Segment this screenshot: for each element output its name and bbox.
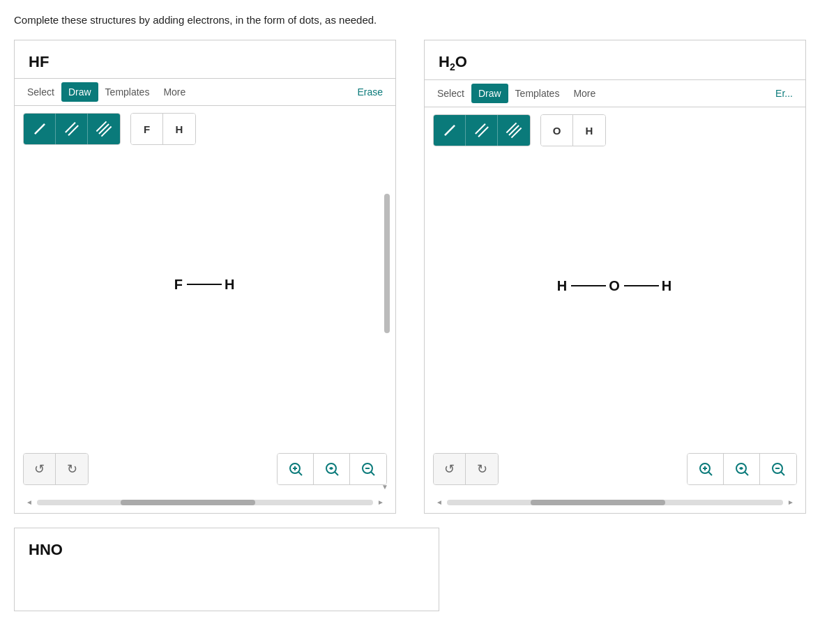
horiz-track-hf[interactable] <box>37 500 373 505</box>
atom-h-btn-h2o[interactable]: H <box>573 115 605 146</box>
templates-btn-h2o[interactable]: Templates <box>508 84 567 103</box>
atom-f-hf: F <box>174 277 184 293</box>
molecule-h2o: H O H <box>557 278 673 294</box>
zoom-fit-icon-hf <box>324 461 340 477</box>
atom-o-btn-h2o[interactable]: O <box>541 115 573 146</box>
svg-line-24 <box>708 472 712 475</box>
double-bond-icon <box>62 119 82 139</box>
atom-h-btn-hf[interactable]: H <box>163 114 195 144</box>
more-btn-h2o[interactable]: More <box>566 84 602 103</box>
bond-group-hf <box>23 113 121 145</box>
draw-tools-h2o: O H <box>425 107 805 153</box>
single-bond-btn-h2o[interactable] <box>434 115 466 146</box>
single-bond-icon-h2o <box>440 121 460 140</box>
triple-bond-icon-h2o <box>504 121 524 140</box>
draw-btn-hf[interactable]: Draw <box>61 82 98 102</box>
panel-hno: HNO <box>14 528 439 611</box>
undo-redo-hf: ↺ ↻ <box>23 453 89 485</box>
single-bond-icon <box>30 119 50 139</box>
svg-line-0 <box>34 124 44 134</box>
zoom-in-icon-h2o <box>698 461 713 477</box>
svg-line-14 <box>371 472 374 475</box>
atom-o-h2o: O <box>609 278 621 294</box>
templates-btn-hf[interactable]: Templates <box>98 82 157 102</box>
canvas-hf[interactable]: F H <box>15 152 395 417</box>
zoom-in-icon-hf <box>288 461 303 477</box>
svg-line-26 <box>745 472 748 475</box>
double-bond-btn-hf[interactable] <box>56 114 88 144</box>
scroll-left-h2o[interactable]: ◄ <box>436 498 443 506</box>
undo-btn-hf[interactable]: ↺ <box>24 454 56 484</box>
redo-btn-hf[interactable]: ↻ <box>56 454 88 484</box>
select-btn-h2o[interactable]: Select <box>430 84 471 103</box>
triple-bond-btn-h2o[interactable] <box>498 115 530 146</box>
atom-f-btn-hf[interactable]: F <box>131 114 163 144</box>
horiz-track-h2o[interactable] <box>447 500 783 505</box>
vertical-scrollbar-hf[interactable] <box>384 194 390 333</box>
horiz-scroll-hf: ◄ ► <box>15 498 395 506</box>
bond2-h2o <box>624 285 659 286</box>
erase-btn-h2o[interactable]: Er... <box>768 84 800 103</box>
bottom-controls-hf: ↺ ↻ <box>15 453 395 485</box>
panel-h2o: H2O Select Draw Templates More Er... <box>424 40 806 514</box>
bond-group-h2o <box>433 114 531 146</box>
svg-line-11 <box>335 472 338 475</box>
select-btn-hf[interactable]: Select <box>20 82 61 102</box>
svg-line-29 <box>781 472 784 475</box>
redo-btn-h2o[interactable]: ↻ <box>466 454 498 484</box>
bottom-panels-row: HNO <box>14 528 806 611</box>
bond-hf <box>187 284 222 285</box>
zoom-group-hf <box>277 453 387 485</box>
double-bond-btn-h2o[interactable] <box>466 115 498 146</box>
instruction-text: Complete these structures by adding elec… <box>14 14 806 26</box>
molecule-hf: F H <box>174 277 236 293</box>
zoom-out-btn-hf[interactable] <box>350 454 386 484</box>
zoom-out-btn-h2o[interactable] <box>760 454 796 484</box>
svg-line-3 <box>96 121 106 131</box>
single-bond-btn-hf[interactable] <box>24 114 56 144</box>
panel-hf: HF Select Draw Templates More Erase <box>14 40 396 514</box>
zoom-fit-btn-hf[interactable] <box>314 454 350 484</box>
atom-group-h2o: O H <box>540 114 606 146</box>
erase-btn-hf[interactable]: Erase <box>350 82 390 102</box>
undo-btn-h2o[interactable]: ↺ <box>434 454 466 484</box>
horiz-thumb-hf <box>121 500 255 505</box>
atom-h2-h2o: H <box>662 278 673 294</box>
bottom-controls-h2o: ↺ ↻ <box>425 453 805 485</box>
atom-h-hf: H <box>225 277 236 293</box>
zoom-in-btn-hf[interactable] <box>278 454 314 484</box>
zoom-group-h2o <box>687 453 797 485</box>
zoom-out-icon-hf <box>360 461 376 477</box>
canvas-h2o[interactable]: H O H <box>425 153 805 418</box>
draw-tools-hf: F H <box>15 106 395 152</box>
scroll-left-hf[interactable]: ◄ <box>26 498 33 506</box>
scroll-right-h2o[interactable]: ► <box>787 498 794 506</box>
zoom-in-btn-h2o[interactable] <box>688 454 724 484</box>
draw-btn-h2o[interactable]: Draw <box>471 84 508 103</box>
undo-redo-h2o: ↺ ↻ <box>433 453 499 485</box>
more-btn-hf[interactable]: More <box>156 82 192 102</box>
toolbar-hf: Select Draw Templates More Erase <box>15 78 395 106</box>
horiz-thumb-h2o <box>531 500 665 505</box>
svg-line-18 <box>506 123 516 133</box>
panels-row-top: HF Select Draw Templates More Erase <box>14 40 806 514</box>
panel-hf-title: HF <box>15 40 395 78</box>
zoom-fit-btn-h2o[interactable] <box>724 454 760 484</box>
collapse-arrow-hf[interactable]: ▼ <box>381 483 388 491</box>
bond1-h2o <box>571 285 606 286</box>
svg-line-5 <box>101 126 111 136</box>
horiz-scroll-h2o: ◄ ► <box>425 498 805 506</box>
panel-hno-title: HNO <box>15 528 439 566</box>
svg-line-19 <box>509 125 519 135</box>
double-bond-icon-h2o <box>472 121 492 140</box>
svg-line-17 <box>478 127 488 137</box>
svg-line-16 <box>475 124 485 134</box>
triple-bond-btn-hf[interactable] <box>88 114 120 144</box>
triple-bond-icon <box>94 119 114 139</box>
svg-line-15 <box>444 125 454 135</box>
panel-h2o-title: H2O <box>425 40 805 79</box>
scroll-right-hf[interactable]: ► <box>377 498 384 506</box>
zoom-fit-icon-h2o <box>734 461 750 477</box>
svg-line-20 <box>511 128 521 138</box>
atom-group-hf: F H <box>130 113 196 145</box>
